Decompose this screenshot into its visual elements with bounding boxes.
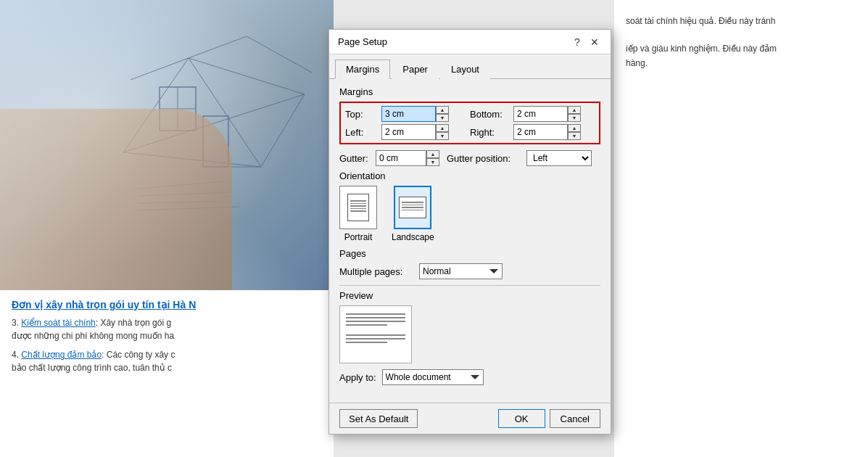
gutter-position-select[interactable]: Left Top <box>526 150 592 166</box>
margins-row-top-bottom: Top: ▲ ▼ Bottom: ▲ ▼ <box>345 106 595 122</box>
gutter-row: Gutter: ▲ ▼ Gutter position: Left Top <box>339 150 600 166</box>
gutter-input[interactable] <box>376 150 426 166</box>
preview-line-4 <box>346 324 387 326</box>
bottom-input[interactable] <box>513 106 568 122</box>
ok-button[interactable]: OK <box>498 409 545 428</box>
right-label: Right: <box>470 127 513 138</box>
right-input-group: ▲ ▼ <box>513 124 595 140</box>
top-spinner: ▲ ▼ <box>436 106 449 122</box>
preview-line-1 <box>346 313 405 315</box>
left-input-group: ▲ ▼ <box>381 124 463 140</box>
gutter-position-label: Gutter position: <box>447 153 526 164</box>
top-label: Top: <box>345 109 381 120</box>
tab-layout[interactable]: Layout <box>440 59 490 79</box>
dialog-title: Page Setup <box>338 36 387 47</box>
top-input-group: ▲ ▼ <box>381 106 463 122</box>
left-spin-up[interactable]: ▲ <box>436 124 449 132</box>
doc-para-2: 4. Chất lượng đảm bảo: Các công ty xây c… <box>12 348 322 374</box>
apply-to-select[interactable]: Whole document This section This point f… <box>382 369 484 385</box>
tab-margins[interactable]: Margins <box>335 59 390 79</box>
landscape-icon <box>399 197 426 218</box>
gutter-label: Gutter: <box>339 153 376 164</box>
apply-row: Apply to: Whole document This section Th… <box>339 369 600 385</box>
multiple-pages-select[interactable]: Normal Mirror margins 2 pages per sheet … <box>419 263 503 279</box>
margins-row-left-right: Left: ▲ ▼ Right: ▲ ▼ <box>345 124 595 140</box>
background-image <box>0 0 334 290</box>
portrait-icon <box>347 194 369 221</box>
margins-section-label: Margins <box>339 86 600 97</box>
left-input[interactable] <box>381 124 436 140</box>
doc-title: Đơn vị xây nhà trọn gói uy tín tại Hà N <box>12 299 322 310</box>
bottom-label: Bottom: <box>470 109 513 120</box>
right-spin-up[interactable]: ▲ <box>568 124 581 132</box>
document-text-left: Đơn vị xây nhà trọn gói uy tín tại Hà N … <box>0 290 334 457</box>
dialog-tabs: Margins Paper Layout <box>329 54 611 79</box>
dialog-body: Margins Top: ▲ ▼ Bottom: <box>329 79 611 403</box>
close-button[interactable]: ✕ <box>587 35 602 49</box>
right-spin-down[interactable]: ▼ <box>568 132 581 140</box>
right-input[interactable] <box>513 124 568 140</box>
bottom-spin-up[interactable]: ▲ <box>568 106 581 114</box>
left-label: Left: <box>345 127 381 138</box>
preview-section: Preview <box>339 290 600 363</box>
preview-line-2 <box>346 317 405 318</box>
portrait-button[interactable] <box>339 186 377 229</box>
preview-line-5 <box>346 334 405 336</box>
gutter-spin-down[interactable]: ▼ <box>426 158 439 166</box>
top-input[interactable] <box>381 106 436 122</box>
left-spinner: ▲ ▼ <box>436 124 449 140</box>
bottom-spinner: ▲ ▼ <box>568 106 581 122</box>
portrait-option[interactable]: Portrait <box>339 186 377 242</box>
multiple-pages-label: Multiple pages: <box>339 266 419 277</box>
landscape-button[interactable] <box>394 186 431 229</box>
titlebar-buttons: ? ✕ <box>570 35 602 49</box>
preview-line-7 <box>346 342 387 343</box>
svg-line-11 <box>131 36 247 80</box>
background-right-document: soát tài chính hiệu quả. Điều này tránh … <box>614 0 868 457</box>
preview-label: Preview <box>339 290 600 301</box>
top-spin-down[interactable]: ▼ <box>436 114 449 122</box>
bottom-spin-down[interactable]: ▼ <box>568 114 581 122</box>
divider <box>339 285 600 286</box>
footer-right-buttons: OK Cancel <box>498 409 600 428</box>
top-spin-up[interactable]: ▲ <box>436 106 449 114</box>
dialog-footer: Set As Default OK Cancel <box>329 403 611 434</box>
dialog-titlebar: Page Setup ? ✕ <box>329 30 611 54</box>
bottom-input-group: ▲ ▼ <box>513 106 595 122</box>
orientation-options: Portrait Landscape <box>339 186 600 242</box>
apply-to-label: Apply to: <box>339 372 376 383</box>
pages-section: Pages Multiple pages: Normal Mirror marg… <box>339 248 600 279</box>
set-default-button[interactable]: Set As Default <box>339 409 418 428</box>
cancel-button[interactable]: Cancel <box>550 409 600 428</box>
right-doc-text: soát tài chính hiệu quả. Điều này tránh … <box>614 0 868 85</box>
svg-line-2 <box>189 58 305 94</box>
pages-row: Multiple pages: Normal Mirror margins 2 … <box>339 263 600 279</box>
orientation-section: Orientation Portrait <box>339 170 600 242</box>
tab-paper[interactable]: Paper <box>392 59 439 79</box>
preview-line-6 <box>346 338 405 339</box>
landscape-option[interactable]: Landscape <box>392 186 434 242</box>
right-spinner: ▲ ▼ <box>568 124 581 140</box>
gutter-spin-up[interactable]: ▲ <box>426 150 439 158</box>
margins-grid: Top: ▲ ▼ Bottom: ▲ ▼ <box>339 102 600 144</box>
gutter-spinner: ▲ ▼ <box>426 150 439 166</box>
preview-line-3 <box>346 321 405 322</box>
portrait-label: Portrait <box>344 232 373 242</box>
hand-image <box>0 109 232 290</box>
gutter-input-wrap: ▲ ▼ <box>376 150 439 166</box>
left-spin-down[interactable]: ▼ <box>436 132 449 140</box>
preview-box <box>339 305 412 363</box>
pages-label: Pages <box>339 248 600 259</box>
orientation-label: Orientation <box>339 170 600 181</box>
svg-line-4 <box>261 94 305 167</box>
help-button[interactable]: ? <box>570 35 584 49</box>
page-setup-dialog: Page Setup ? ✕ Margins Paper Layout Marg… <box>328 29 611 435</box>
doc-para-1: 3. Kiểm soát tài chính: Xây nhà trọn gói… <box>12 316 322 342</box>
svg-line-12 <box>247 36 312 73</box>
landscape-label: Landscape <box>392 232 434 242</box>
